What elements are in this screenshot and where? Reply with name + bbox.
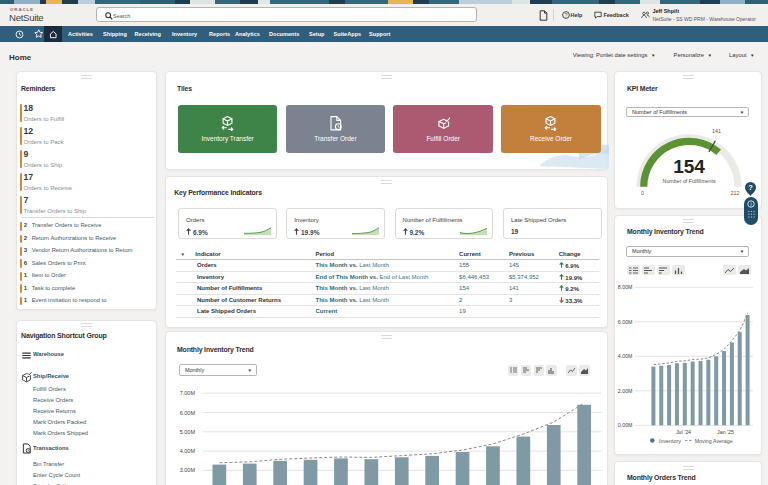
svg-text:154: 154 [673, 156, 705, 177]
svg-text:3.00M: 3.00M [179, 467, 195, 473]
svg-text:Jan '25: Jan '25 [717, 429, 734, 435]
svg-text:0.00M: 0.00M [617, 422, 632, 428]
svg-text:?: ? [564, 12, 567, 17]
svg-text:7.00M: 7.00M [179, 390, 195, 396]
svg-text:6.00M: 6.00M [617, 319, 632, 325]
svg-text:8.00M: 8.00M [617, 284, 632, 290]
svg-text:Number of Fulfillments: Number of Fulfillments [662, 178, 715, 184]
svg-text:5.00M: 5.00M [179, 429, 195, 435]
svg-text:i: i [750, 201, 751, 207]
svg-text:212: 212 [730, 190, 739, 196]
svg-text:Jul '24: Jul '24 [675, 429, 690, 435]
svg-text:141: 141 [712, 128, 721, 134]
svg-text:4.00M: 4.00M [617, 353, 632, 359]
svg-text:0: 0 [641, 190, 644, 196]
svg-text:Moving Average: Moving Average [694, 438, 732, 444]
svg-text:?: ? [748, 183, 753, 192]
svg-text:6.00M: 6.00M [179, 410, 195, 416]
svg-text:Inventory: Inventory [659, 438, 681, 444]
svg-text:4.00M: 4.00M [179, 448, 195, 454]
svg-text:2.00M: 2.00M [617, 388, 632, 394]
